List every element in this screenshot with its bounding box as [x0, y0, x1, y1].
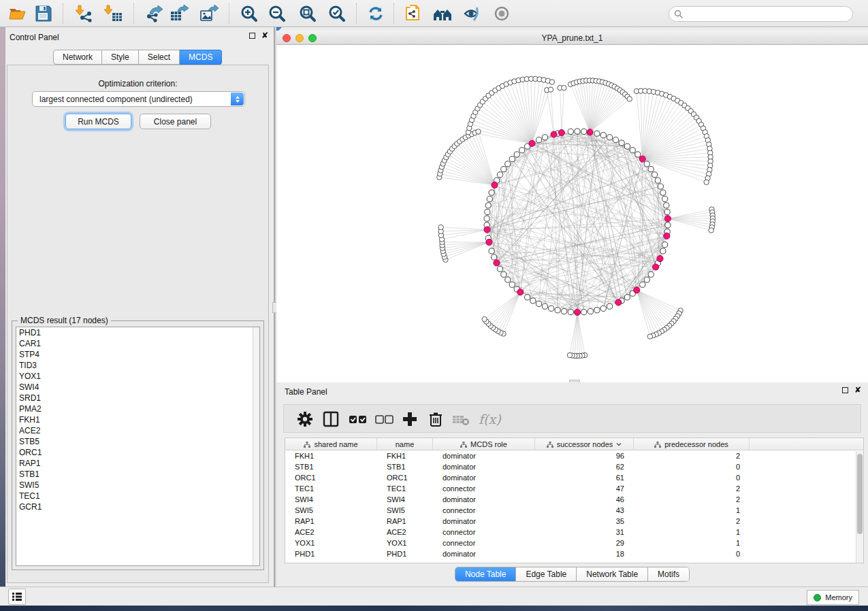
tab-edge-table[interactable]: Edge Table: [516, 567, 577, 581]
float-table-panel-icon[interactable]: [842, 387, 848, 393]
mcds-result-item[interactable]: STB1: [16, 469, 259, 480]
column-header-successor-nodes[interactable]: successor nodes: [535, 438, 634, 450]
table-cell: 62: [535, 461, 634, 472]
memory-button[interactable]: Memory: [807, 590, 859, 605]
zoom-selected-icon[interactable]: [327, 5, 347, 22]
mcds-result-item[interactable]: SRD1: [16, 393, 259, 403]
table-cell: dominator: [433, 450, 535, 461]
tab-select[interactable]: Select: [139, 50, 180, 65]
optimization-criterion-select[interactable]: largest connected component (undirected): [32, 91, 245, 107]
table-body: FKH1FKH1dominator962STB1STB1dominator620…: [285, 450, 863, 559]
column-header-MCDS-role[interactable]: MCDS role: [433, 438, 535, 450]
zoom-out-icon[interactable]: [268, 5, 287, 22]
hide-selected-icon[interactable]: [463, 5, 482, 22]
table-cell: 47: [535, 483, 634, 494]
table-scrollbar-thumb[interactable]: [857, 454, 863, 534]
column-header-name[interactable]: name: [377, 438, 433, 450]
search-field[interactable]: [669, 6, 853, 22]
tab-mcds[interactable]: MCDS: [180, 50, 222, 65]
mcds-result-item[interactable]: GCR1: [16, 501, 259, 512]
network-canvas[interactable]: [276, 45, 868, 382]
mcds-result-list[interactable]: PHD1CAR1STP4TID3YOX1SWI4SRD1PMA2FKH1ACE2…: [16, 327, 260, 566]
mcds-result-item[interactable]: ORC1: [16, 447, 259, 458]
run-mcds-button[interactable]: Run MCDS: [65, 114, 131, 129]
mcds-result-item[interactable]: FKH1: [16, 414, 259, 425]
table-tabs: Node Table Edge Table Network Table Moti…: [276, 567, 868, 582]
mcds-result-item[interactable]: PHD1: [16, 327, 259, 338]
mcds-result-item[interactable]: CAR1: [16, 338, 259, 349]
application-window: Control Panel ✘ Network Style Select MCD…: [0, 0, 868, 611]
select-all-checkboxes-icon[interactable]: [348, 410, 366, 428]
mcds-result-item[interactable]: TID3: [16, 360, 259, 371]
add-column-icon[interactable]: [401, 410, 419, 428]
table-row[interactable]: FKH1FKH1dominator962: [285, 450, 863, 461]
tab-style[interactable]: Style: [102, 50, 139, 65]
refresh-icon[interactable]: [366, 5, 385, 22]
close-table-panel-icon[interactable]: ✘: [854, 387, 861, 393]
table-row[interactable]: SWI4SWI4dominator462: [285, 494, 863, 505]
copy-style-icon[interactable]: [404, 5, 423, 22]
delete-table-icon[interactable]: [451, 410, 469, 428]
tab-node-table[interactable]: Node Table: [455, 567, 517, 581]
network-graph[interactable]: [276, 45, 868, 382]
table-row[interactable]: STB1STB1dominator620: [285, 461, 863, 472]
list-scrollbar[interactable]: [253, 327, 259, 565]
delete-column-icon[interactable]: [427, 410, 445, 428]
close-panel-button[interactable]: Close panel: [140, 114, 211, 129]
save-session-icon[interactable]: [34, 5, 53, 22]
tab-motifs[interactable]: Motifs: [648, 567, 689, 581]
network-window-title: YPA_prune.txt_1: [276, 33, 868, 43]
table-toolbar: f(x): [283, 404, 861, 433]
node-table[interactable]: shared namenameMCDS rolesuccessor nodesp…: [285, 437, 864, 563]
table-cell: 2: [634, 483, 750, 494]
network-window-titlebar[interactable]: YPA_prune.txt_1: [276, 31, 868, 45]
mcds-result-item[interactable]: STP4: [16, 349, 259, 360]
export-image-icon[interactable]: [199, 5, 219, 22]
mcds-result-item[interactable]: PMA2: [16, 403, 259, 414]
deselect-all-checkboxes-icon[interactable]: [374, 410, 392, 428]
export-table-icon[interactable]: [170, 5, 189, 22]
desktop-wallpaper-bottom: [0, 606, 868, 611]
control-panel-title: Control Panel: [10, 33, 59, 42]
column-header-shared-name[interactable]: shared name: [285, 438, 377, 450]
show-all-icon[interactable]: [493, 5, 512, 22]
export-network-icon[interactable]: [144, 5, 163, 22]
table-cell: YOX1: [377, 538, 433, 548]
table-row[interactable]: ACE2ACE2connector311: [285, 527, 863, 538]
mcds-result-item[interactable]: ACE2: [16, 425, 259, 436]
table-cell: 0: [634, 472, 750, 483]
column-layout-icon[interactable]: [322, 410, 340, 428]
tab-network[interactable]: Network: [53, 50, 102, 65]
table-row[interactable]: PHD1PHD1dominator180: [285, 548, 863, 559]
mcds-result-item[interactable]: RAP1: [16, 458, 259, 469]
table-cell: dominator: [433, 472, 535, 483]
float-panel-icon[interactable]: [249, 33, 255, 39]
table-row[interactable]: SWI5SWI5connector431: [285, 505, 863, 516]
close-panel-icon[interactable]: ✘: [261, 33, 268, 39]
import-network-icon[interactable]: [74, 5, 93, 22]
mcds-result-item[interactable]: SWI5: [16, 480, 259, 491]
table-row[interactable]: RAP1RAP1dominator352: [285, 516, 863, 527]
open-file-icon[interactable]: [8, 5, 27, 22]
import-table-icon[interactable]: [104, 5, 123, 22]
table-cell: SWI5: [377, 505, 433, 516]
table-row[interactable]: YOX1YOX1connector291: [285, 538, 863, 548]
zoom-fit-icon[interactable]: [298, 5, 317, 22]
mcds-result-item[interactable]: STB5: [16, 436, 259, 447]
zoom-in-icon[interactable]: [240, 5, 259, 22]
function-builder-icon[interactable]: f(x): [479, 410, 504, 428]
column-header-predecessor-nodes[interactable]: predecessor nodes: [634, 438, 750, 450]
task-history-button[interactable]: [8, 589, 26, 605]
table-row[interactable]: TEC1TEC1connector472: [285, 483, 863, 494]
table-cell: SWI5: [285, 505, 377, 516]
mcds-result-item[interactable]: SWI4: [16, 382, 259, 393]
table-row[interactable]: ORC1ORC1dominator610: [285, 472, 863, 483]
tab-network-table[interactable]: Network Table: [577, 567, 648, 581]
search-input[interactable]: [686, 10, 852, 19]
settings-gear-icon[interactable]: [296, 410, 314, 428]
table-cell: 0: [634, 548, 750, 559]
first-neighbors-icon[interactable]: [433, 5, 452, 22]
mcds-result-item[interactable]: TEC1: [16, 491, 259, 501]
mcds-result-item[interactable]: YOX1: [16, 371, 259, 382]
table-scrollbar[interactable]: [856, 451, 863, 563]
